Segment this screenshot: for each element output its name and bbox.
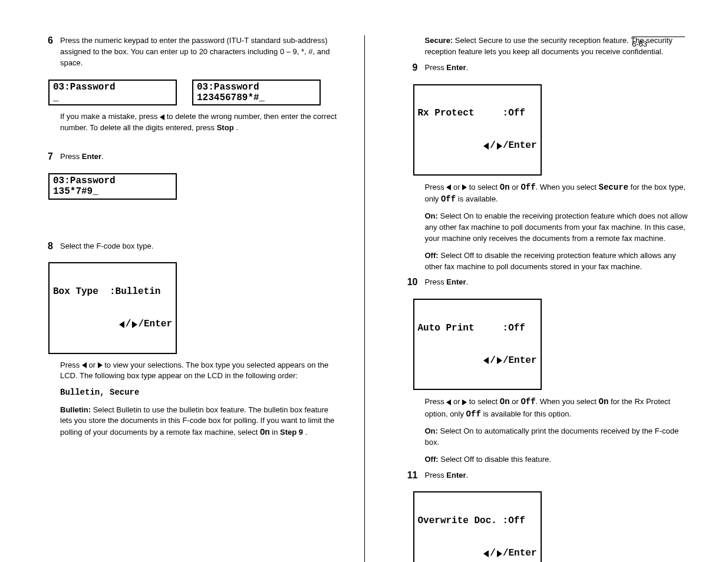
left-tri-icon [483, 550, 489, 557]
note-text: . [236, 123, 238, 132]
step9-off: Off: Select Off to disable the receiving… [400, 250, 693, 273]
lcd-arrow-enter: //Enter [418, 548, 537, 558]
secure-desc: Secure: Select Secure to use the securit… [400, 35, 693, 58]
lcd-line1: Box Type :Bulletin [53, 286, 172, 297]
enter-text: /Enter [503, 355, 537, 366]
step8-note: Press or to view your selections. The bo… [35, 360, 341, 382]
step-8: 8 Select the F-code box type. [35, 241, 341, 252]
enter-key-label: Enter [446, 63, 466, 72]
left-arrow-icon [160, 114, 164, 120]
right-arrow-icon [98, 362, 103, 368]
secure-label: Secure: [425, 36, 453, 45]
left-tri-icon [483, 143, 489, 150]
step-number: 6 [35, 35, 53, 46]
lcd-line1: Rx Protect :Off [418, 108, 537, 118]
bulletin-label: Bulletin: [60, 405, 91, 414]
text: . [466, 277, 469, 286]
left-tri-icon [483, 357, 489, 364]
on-label: On: [425, 211, 438, 220]
lcd-line1: Overwrite Doc. :Off [418, 515, 537, 526]
text: Select Off to disable this feature. [440, 455, 551, 464]
lcd-line1: Auto Print :Off [418, 323, 537, 333]
text: in [272, 428, 280, 437]
off-label: Off: [425, 251, 439, 260]
stop-key-label: Stop [217, 123, 234, 132]
right-tri-icon [497, 143, 502, 150]
step-9: 9 Press Enter. [400, 62, 693, 74]
enter-text: /Enter [503, 140, 537, 151]
step-text: Press the numeric keypad to enter the pa… [60, 35, 341, 69]
right-tri-icon [497, 357, 502, 364]
text: Press [425, 277, 447, 286]
step-text: Press Enter. [425, 470, 693, 481]
text: Select Secure to use the security recept… [425, 36, 673, 56]
text: . [466, 63, 469, 72]
lcd-auto-print: Auto Print :Off //Enter [413, 299, 542, 390]
left-tri-icon [119, 321, 124, 328]
step-7: 7 Press Enter. [35, 151, 341, 163]
step-number: 11 [400, 470, 418, 481]
step6-note: If you make a mistake, press to delete t… [35, 111, 341, 134]
left-arrow-icon [446, 184, 451, 190]
text: Select On to automatically print the doc… [425, 427, 679, 447]
step9-note: Press or to select On or Off. When you s… [400, 181, 693, 206]
step-number: 8 [35, 241, 53, 252]
on-label: On: [425, 427, 438, 435]
text: Press [425, 63, 447, 72]
left-column: 6 Press the numeric keypad to enter the … [0, 35, 364, 562]
right-column: Secure: Select Secure to use the securit… [364, 35, 729, 562]
enter-key-label: Enter [446, 277, 466, 286]
enter-key-label: Enter [446, 471, 466, 480]
lcd-row: 03:Password _ 03:Password 123456789*#_ [48, 80, 341, 106]
left-arrow-icon [82, 362, 87, 368]
step-ref: Step 9 [280, 428, 303, 437]
right-tri-icon [497, 550, 502, 557]
lcd-rx-protect: Rx Protect :Off //Enter [413, 84, 542, 176]
step10-on: On: Select On to automatically print the… [400, 426, 693, 448]
step10-off: Off: Select Off to disable this feature. [400, 454, 693, 465]
text: Select Off to disable the receiving prot… [425, 251, 676, 271]
step-text: Press Enter. [60, 151, 341, 163]
bulletin-desc: Bulletin: Select Bulletin to use the bul… [35, 405, 341, 439]
step9-on: On: Select On to enable the receiving pr… [400, 211, 693, 244]
right-arrow-icon [462, 399, 467, 405]
text: . [466, 471, 469, 480]
on-word: On [260, 428, 270, 437]
step-text: Press Enter. [425, 62, 693, 74]
lcd-password-empty: 03:Password _ [48, 80, 177, 106]
right-arrow-icon [462, 184, 467, 190]
text: . [101, 152, 104, 161]
text: . [305, 428, 308, 437]
lcd-arrow-enter: //Enter [53, 319, 172, 329]
right-tri-icon [132, 321, 137, 328]
lcd-password-partial: 03:Password 135*7#9_ [48, 173, 177, 200]
enter-key-label: Enter [82, 152, 101, 161]
text: Press [425, 471, 447, 480]
options-list: Bulletin, Secure [35, 386, 341, 398]
lcd-arrow-enter: //Enter [418, 355, 537, 366]
step-number: 9 [400, 62, 418, 73]
step-number: 10 [400, 277, 418, 287]
step10-note: Press or to select On or Off. When you s… [400, 396, 693, 420]
text: Press [60, 152, 82, 161]
step-11: 11 Press Enter. [400, 470, 693, 481]
lcd-arrow-enter: //Enter [418, 140, 537, 151]
note-text: If you make a mistake, press [60, 112, 160, 121]
step-6: 6 Press the numeric keypad to enter the … [35, 35, 341, 69]
step-text: Select the F-code box type. [60, 241, 341, 252]
lcd-overwrite-doc: Overwrite Doc. :Off //Enter [413, 491, 542, 562]
step-number: 7 [35, 151, 53, 162]
lcd-password-full: 03:Password 123456789*#_ [192, 80, 321, 106]
step-text: Press Enter. [425, 277, 693, 288]
lcd-box-type: Box Type :Bulletin //Enter [48, 262, 177, 353]
text: Select On to enable the receiving protec… [425, 211, 688, 243]
off-label: Off: [425, 455, 439, 464]
enter-text: /Enter [138, 319, 172, 329]
left-arrow-icon [446, 399, 451, 405]
enter-text: /Enter [503, 548, 537, 558]
step-10: 10 Press Enter. [400, 277, 693, 288]
